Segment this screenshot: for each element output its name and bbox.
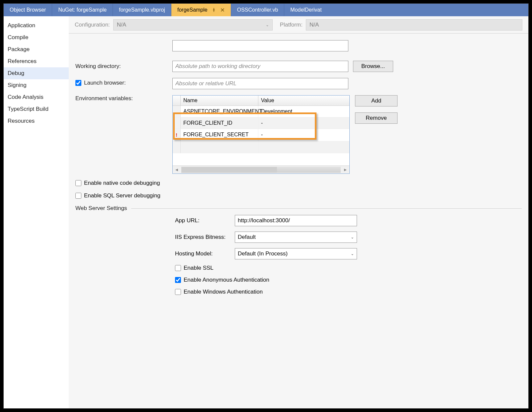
- tab-label: NuGet: forgeSample: [58, 7, 107, 13]
- document-tabbar: Object Browser NuGet: forgeSample forgeS…: [4, 4, 528, 16]
- sidebar-item-typescript-build[interactable]: TypeScript Build: [4, 103, 69, 115]
- env-cell-name[interactable]: FORGE_CLIENT_SECRET: [181, 129, 258, 141]
- tab-nuget-forgesample[interactable]: NuGet: forgeSample: [52, 4, 113, 16]
- enable-native-label: Enable native code debugging: [84, 180, 160, 186]
- tab-label: OSSController.vb: [237, 7, 278, 13]
- hosting-model-label: Hosting Model:: [175, 250, 235, 257]
- enable-sql-check-input[interactable]: [75, 193, 81, 199]
- tab-modelderivat[interactable]: ModelDerivat: [284, 4, 327, 16]
- working-directory-input[interactable]: [172, 61, 348, 72]
- launch-browser-label: Launch browser:: [84, 80, 126, 86]
- env-grid-header: Name Value: [173, 96, 349, 106]
- chevron-down-icon: ⌄: [351, 251, 354, 256]
- tab-forgesample[interactable]: forgeSample: [171, 4, 231, 16]
- properties-sidebar: Application Compile Package References D…: [4, 16, 69, 408]
- working-directory-label: Working directory:: [75, 63, 172, 70]
- env-cell-name[interactable]: ASPNETCORE_ENVIRONMENT: [181, 106, 258, 117]
- sidebar-item-compile[interactable]: Compile: [4, 32, 69, 43]
- iis-bitness-label: IIS Express Bitness:: [175, 234, 235, 240]
- tab-label: forgeSample: [177, 7, 208, 13]
- env-row-gutter: [173, 117, 181, 129]
- scroll-track[interactable]: [181, 167, 341, 173]
- sidebar-item-references[interactable]: References: [4, 55, 69, 67]
- environment-variables-grid[interactable]: Name Value ASPNETCORE_ENVIRONMENT Develo…: [172, 95, 350, 174]
- environment-variables-label: Environment variables:: [75, 95, 172, 102]
- add-button[interactable]: Add: [355, 95, 398, 106]
- app-window: Object Browser NuGet: forgeSample forgeS…: [3, 3, 529, 409]
- chevron-down-icon: ⌄: [266, 23, 269, 27]
- sidebar-item-code-analysis[interactable]: Code Analysis: [4, 91, 69, 103]
- web-server-settings-header: Web Server Settings: [75, 205, 522, 212]
- tab-forgesample-vbproj[interactable]: forgeSample.vbproj: [113, 4, 171, 16]
- tab-object-browser[interactable]: Object Browser: [4, 4, 52, 16]
- enable-win-check-input[interactable]: [175, 289, 181, 295]
- env-header-name[interactable]: Name: [181, 96, 258, 105]
- sidebar-item-debug[interactable]: Debug: [4, 67, 69, 79]
- env-cell-value[interactable]: -: [258, 117, 349, 129]
- close-icon[interactable]: [220, 8, 225, 12]
- env-cell-value[interactable]: -: [258, 129, 349, 141]
- enable-win-label: Enable Windows Authentication: [184, 289, 263, 295]
- error-icon: !: [173, 129, 181, 141]
- enable-ssl-check-input[interactable]: [175, 265, 181, 271]
- tab-label: Object Browser: [10, 7, 46, 13]
- env-row-gutter: [173, 106, 181, 117]
- enable-anon-label: Enable Anonymous Authentication: [184, 277, 269, 283]
- platform-value: N/A: [310, 22, 319, 28]
- iis-bitness-select[interactable]: Default ⌄: [235, 232, 357, 243]
- enable-sql-label: Enable SQL Server debugging: [84, 192, 160, 199]
- sidebar-item-signing[interactable]: Signing: [4, 79, 69, 91]
- app-url-input[interactable]: [235, 215, 357, 226]
- arguments-input[interactable]: [172, 40, 348, 51]
- env-header-value[interactable]: Value: [258, 96, 349, 105]
- configuration-label: Configuration:: [75, 22, 110, 28]
- tab-label: forgeSample.vbproj: [119, 7, 165, 13]
- enable-ssl-checkbox[interactable]: Enable SSL: [175, 265, 214, 271]
- hosting-model-select[interactable]: Default (In Process) ⌄: [235, 248, 357, 259]
- scroll-left-icon[interactable]: ◄: [173, 167, 181, 172]
- env-row[interactable]: FORGE_CLIENT_ID -: [173, 117, 349, 129]
- debug-settings-panel: Configuration: N/A ⌄ Platform: N/A: [69, 16, 528, 408]
- iis-bitness-value: Default: [238, 234, 256, 240]
- app-url-label: App URL:: [175, 217, 235, 224]
- enable-windows-auth-checkbox[interactable]: Enable Windows Authentication: [175, 289, 263, 295]
- configuration-select[interactable]: N/A ⌄: [113, 19, 273, 31]
- tab-label: ModelDerivat: [290, 7, 321, 13]
- platform-select[interactable]: N/A: [306, 19, 522, 31]
- platform-label: Platform:: [280, 22, 303, 28]
- enable-sql-debugging-checkbox[interactable]: Enable SQL Server debugging: [75, 192, 160, 199]
- scroll-right-icon[interactable]: ►: [341, 167, 349, 172]
- enable-ssl-label: Enable SSL: [184, 265, 214, 271]
- enable-native-debugging-checkbox[interactable]: Enable native code debugging: [75, 180, 160, 186]
- env-horizontal-scrollbar[interactable]: ◄ ►: [173, 166, 349, 173]
- env-row[interactable]: ASPNETCORE_ENVIRONMENT Development: [173, 106, 349, 117]
- configuration-bar: Configuration: N/A ⌄ Platform: N/A: [69, 16, 528, 34]
- env-cell-value[interactable]: Development: [258, 106, 349, 117]
- pin-icon[interactable]: [212, 8, 216, 12]
- hosting-model-value: Default (In Process): [238, 250, 288, 257]
- sidebar-item-resources[interactable]: Resources: [4, 115, 69, 127]
- enable-anon-check-input[interactable]: [175, 277, 181, 283]
- configuration-value: N/A: [117, 22, 126, 28]
- enable-anonymous-auth-checkbox[interactable]: Enable Anonymous Authentication: [175, 277, 269, 283]
- env-row[interactable]: ! FORGE_CLIENT_SECRET -: [173, 129, 349, 141]
- launch-browser-checkbox[interactable]: Launch browser:: [75, 80, 126, 86]
- sidebar-item-package[interactable]: Package: [4, 43, 69, 55]
- launch-browser-check-input[interactable]: [75, 80, 81, 86]
- sidebar-item-application[interactable]: Application: [4, 20, 69, 32]
- tab-osscontroller-vb[interactable]: OSSController.vb: [231, 4, 285, 16]
- chevron-down-icon: ⌄: [351, 235, 354, 240]
- browse-button[interactable]: Browse...: [353, 61, 393, 72]
- remove-button[interactable]: Remove: [355, 112, 398, 124]
- env-row-empty[interactable]: [173, 141, 349, 153]
- env-cell-name[interactable]: FORGE_CLIENT_ID: [181, 117, 258, 129]
- enable-native-check-input[interactable]: [75, 180, 81, 186]
- launch-browser-url-input[interactable]: [172, 78, 348, 89]
